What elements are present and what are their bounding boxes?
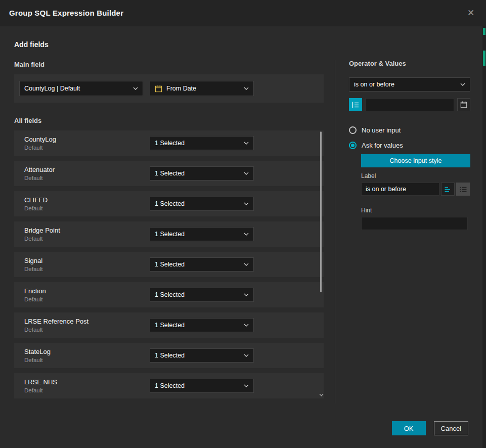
chevron-down-icon xyxy=(244,293,249,296)
selected-count-value: 1 Selected xyxy=(155,170,240,177)
chevron-down-icon xyxy=(244,202,249,205)
chevron-down-icon xyxy=(133,87,138,90)
input-mode-radios: No user input Ask for values xyxy=(349,124,470,151)
operator-values-section: Operator & Values is on or before No use… xyxy=(349,60,470,230)
all-fields-label: All fields xyxy=(14,117,324,124)
calendar-icon xyxy=(460,101,467,108)
field-dropdown-value: From Date xyxy=(166,85,240,92)
ask-for-values-radio[interactable]: Ask for values xyxy=(349,139,470,151)
layer-dropdown[interactable]: CountyLog | Default xyxy=(19,81,143,96)
ask-for-values-label: Ask for values xyxy=(362,142,403,149)
choose-input-style-button[interactable]: Choose input style xyxy=(361,154,470,167)
main-field-label: Main field xyxy=(14,61,324,68)
hint-input[interactable] xyxy=(361,217,468,230)
ok-button[interactable]: OK xyxy=(392,421,426,435)
add-fields-heading: Add fields xyxy=(14,40,324,49)
value-input-row xyxy=(349,98,470,111)
field-row: Friction Default 1 Selected xyxy=(14,282,324,307)
date-picker-button[interactable] xyxy=(457,98,470,111)
close-icon[interactable]: ✕ xyxy=(465,7,477,19)
label-input-row xyxy=(361,183,470,196)
menu-style-icon xyxy=(460,186,467,193)
operator-values-heading: Operator & Values xyxy=(349,60,470,67)
no-user-input-radio[interactable]: No user input xyxy=(349,124,470,136)
selected-count-value: 1 Selected xyxy=(155,140,240,147)
dialog-title: Group SQL Expression Builder xyxy=(9,9,123,17)
chevron-down-icon xyxy=(460,83,465,86)
field-row: StateLog Default 1 Selected xyxy=(14,343,324,368)
dialog-footer: OK Cancel xyxy=(392,421,468,435)
input-style-menu-button[interactable] xyxy=(456,183,470,196)
hint-field-label: Hint xyxy=(361,207,470,214)
all-fields-list: CountyLog Default 1 Selected Attenuator … xyxy=(14,130,324,398)
list-scrollbar[interactable] xyxy=(319,130,324,398)
selected-count-dropdown[interactable]: 1 Selected xyxy=(150,136,254,150)
group-sql-expression-builder-dialog: Group SQL Expression Builder ✕ Add field… xyxy=(0,0,486,448)
selected-count-value: 1 Selected xyxy=(155,352,240,359)
operator-dropdown-value: is on or before xyxy=(354,81,456,88)
scrollbar-thumb[interactable] xyxy=(320,131,322,292)
field-row: Bridge Point Default 1 Selected xyxy=(14,221,324,247)
scroll-down-icon[interactable] xyxy=(319,389,324,398)
chevron-down-icon xyxy=(244,233,249,236)
values-list-icon xyxy=(352,102,359,108)
selected-count-dropdown[interactable]: 1 Selected xyxy=(150,318,254,332)
edge-scrollbar[interactable] xyxy=(482,26,486,448)
selected-count-value: 1 Selected xyxy=(155,200,240,207)
operator-dropdown[interactable]: is on or before xyxy=(349,77,470,92)
radio-unselected-icon xyxy=(349,126,357,134)
field-row: Attenuator Default 1 Selected xyxy=(14,161,324,186)
calendar-icon xyxy=(155,85,162,93)
selected-count-dropdown[interactable]: 1 Selected xyxy=(150,197,254,211)
chevron-down-icon xyxy=(244,384,249,387)
chevron-down-icon xyxy=(244,324,249,327)
selected-count-value: 1 Selected xyxy=(155,231,240,238)
list-style-icon xyxy=(445,186,452,193)
selected-count-value: 1 Selected xyxy=(155,322,240,329)
selected-count-value: 1 Selected xyxy=(155,261,240,268)
chevron-down-icon xyxy=(244,263,249,266)
unique-values-button[interactable] xyxy=(349,98,362,111)
field-dropdown[interactable]: From Date xyxy=(150,81,254,96)
input-style-list-button[interactable] xyxy=(441,183,455,196)
selected-count-dropdown[interactable]: 1 Selected xyxy=(150,288,254,302)
selected-count-dropdown[interactable]: 1 Selected xyxy=(150,348,254,363)
scroll-mark xyxy=(483,28,485,35)
chevron-down-icon xyxy=(244,142,249,145)
selected-count-value: 1 Selected xyxy=(155,382,240,389)
field-row: CountyLog Default 1 Selected xyxy=(14,130,324,156)
label-input[interactable] xyxy=(361,183,439,196)
selected-count-value: 1 Selected xyxy=(155,291,240,298)
radio-selected-icon xyxy=(349,142,357,149)
no-user-input-label: No user input xyxy=(362,126,401,134)
label-field-label: Label xyxy=(361,172,470,180)
layer-dropdown-value: CountyLog | Default xyxy=(24,85,129,92)
ask-for-values-options: Choose input style Label Hint xyxy=(361,154,470,230)
field-row: Signal Default 1 Selected xyxy=(14,252,324,277)
selected-count-dropdown[interactable]: 1 Selected xyxy=(150,379,254,393)
cancel-button[interactable]: Cancel xyxy=(434,421,468,435)
chevron-down-icon xyxy=(244,172,249,175)
dialog-header: Group SQL Expression Builder ✕ xyxy=(0,0,486,26)
scroll-mark xyxy=(483,51,485,66)
selected-count-dropdown[interactable]: 1 Selected xyxy=(150,166,254,181)
main-field-panel: CountyLog | Default From Date xyxy=(14,74,324,103)
selected-count-dropdown[interactable]: 1 Selected xyxy=(150,227,254,241)
add-fields-section: Add fields Main field CountyLog | Defaul… xyxy=(14,40,324,404)
field-row: LRSE Reference Post Default 1 Selected xyxy=(14,312,324,338)
column-divider xyxy=(335,60,335,404)
field-row: LRSE NHS Default 1 Selected xyxy=(14,373,324,398)
chevron-down-icon xyxy=(244,87,249,90)
field-row: CLIFED Default 1 Selected xyxy=(14,191,324,216)
selected-count-dropdown[interactable]: 1 Selected xyxy=(150,257,254,272)
chevron-down-icon xyxy=(244,354,249,357)
value-date-input[interactable] xyxy=(365,98,454,111)
